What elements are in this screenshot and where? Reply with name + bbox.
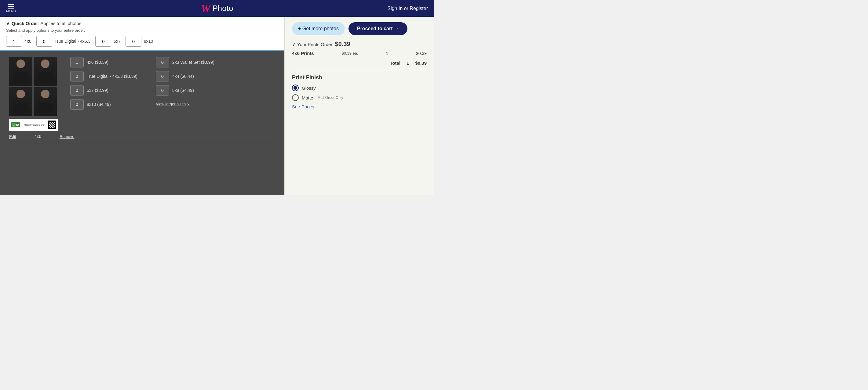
divider bbox=[9, 144, 275, 144]
matte-sublabel: Mail Order Only bbox=[318, 96, 343, 100]
order-line-row: 4x6 Prints $0.39 ea. 1 $0.39 bbox=[292, 51, 427, 56]
glossy-option[interactable]: Glossy bbox=[292, 85, 427, 91]
photo-thumb-4 bbox=[34, 87, 57, 116]
edit-link[interactable]: Edit bbox=[9, 134, 16, 139]
print-finish-title: Print Finish bbox=[292, 74, 427, 81]
print-option-4x4: 4x4 ($0.44) bbox=[156, 71, 214, 82]
photo-thumb-2 bbox=[34, 57, 57, 86]
photo-row: 7 ID https://7idapp.com 4x6 ($0.39) bbox=[9, 57, 275, 131]
print-option-8x8: 8x8 ($4.49) bbox=[156, 85, 214, 96]
glossy-radio-inner bbox=[293, 86, 297, 90]
print-option-8x10-label: 8x10 ($4.49) bbox=[87, 102, 111, 107]
left-panel: ∨ Quick Order: Applies to all photos Sel… bbox=[0, 17, 284, 195]
7id-logo: 7 ID bbox=[11, 122, 20, 127]
qty-4x4-photo-input[interactable] bbox=[156, 71, 169, 82]
order-item-total: $0.39 bbox=[416, 51, 427, 56]
photo-thumb-3 bbox=[9, 87, 32, 116]
order-total-row: Total 1 $0.39 bbox=[292, 58, 427, 66]
qty-4x6-photo-input[interactable] bbox=[70, 57, 84, 67]
watermark-url: https://7idapp.com bbox=[24, 124, 44, 126]
total-label: Total bbox=[390, 60, 400, 66]
print-option-wallet: 2x3 Wallet Set ($0.99) bbox=[156, 57, 214, 67]
quick-order-subtitle: Select and apply options to your entire … bbox=[6, 28, 278, 33]
quick-order-inputs: 4x6 True Digital - 4x5.3 5x7 8x10 bbox=[6, 36, 278, 47]
total-qty: 1 bbox=[406, 60, 409, 66]
size-5x7-label: 5x7 bbox=[114, 39, 121, 44]
print-option-8x8-label: 8x8 ($4.49) bbox=[172, 88, 194, 93]
menu-button[interactable]: MENU bbox=[6, 4, 16, 13]
order-summary-title: ∨ Your Prints Order: $0.39 bbox=[292, 41, 427, 47]
print-option-8x10: 8x10 ($4.49) bbox=[70, 99, 137, 109]
order-item-name: 4x6 Prints bbox=[292, 51, 314, 56]
photo-thumb-1 bbox=[9, 57, 32, 86]
qty-digital-input[interactable] bbox=[36, 36, 52, 47]
print-option-digital: True Digital - 4x5.3 ($0.39) bbox=[70, 71, 137, 82]
header: MENU W Photo Sign In or Register bbox=[0, 0, 434, 17]
qty-5x7-photo-input[interactable] bbox=[70, 85, 84, 96]
quick-order-bold: Quick Order: Applies to all photos bbox=[11, 21, 81, 26]
chevron-down-icon: ∨ bbox=[6, 21, 10, 26]
logo: W Photo bbox=[201, 2, 233, 15]
right-panel: + Get more photos Proceed to cart → ∨ Yo… bbox=[284, 17, 434, 195]
print-option-4x6-label: 4x6 ($0.39) bbox=[87, 60, 108, 65]
signin-button[interactable]: Sign In or Register bbox=[387, 6, 428, 11]
qty-5x7-input[interactable] bbox=[95, 36, 111, 47]
qty-4x6-input[interactable] bbox=[6, 36, 22, 47]
glossy-label: Glossy bbox=[302, 86, 316, 91]
photo-bottom-row bbox=[9, 87, 58, 116]
print-options-col1: 4x6 ($0.39) True Digital - 4x5.3 ($0.39)… bbox=[70, 57, 137, 109]
print-option-digital-label: True Digital - 4x5.3 ($0.39) bbox=[87, 74, 137, 79]
walgreens-w-icon: W bbox=[201, 2, 211, 15]
qty-digital-photo-input[interactable] bbox=[70, 71, 84, 82]
qty-8x10-photo-input[interactable] bbox=[70, 99, 84, 109]
print-finish: Print Finish Glossy Matte Mail Order Onl… bbox=[292, 74, 427, 109]
photo-label: Photo bbox=[213, 4, 233, 13]
quick-order-bar: ∨ Quick Order: Applies to all photos Sel… bbox=[0, 17, 284, 51]
order-item-price-each: $0.39 ea. bbox=[341, 51, 358, 56]
chevron-down-icon: ∨ bbox=[187, 102, 190, 106]
size-8x10-label: 8x10 bbox=[144, 39, 153, 44]
order-item-qty: 1 bbox=[386, 51, 388, 56]
qty-8x10-input[interactable] bbox=[126, 36, 142, 47]
photo-area: 7 ID https://7idapp.com 4x6 ($0.39) bbox=[0, 51, 284, 195]
size-4x6-label: 4x6 bbox=[25, 39, 31, 44]
print-option-wallet-label: 2x3 Wallet Set ($0.99) bbox=[172, 60, 214, 65]
qty-8x8-photo-input[interactable] bbox=[156, 85, 169, 96]
proceed-to-cart-button[interactable]: Proceed to cart → bbox=[348, 22, 407, 35]
quick-order-title[interactable]: ∨ Quick Order: Applies to all photos bbox=[6, 21, 278, 26]
photo-watermark: 7 ID https://7idapp.com bbox=[9, 119, 58, 131]
view-larger-button[interactable]: View larger sizes ∨ bbox=[156, 102, 214, 106]
size-digital-label: True Digital - 4x5.3 bbox=[55, 39, 91, 44]
print-options-col2: 2x3 Wallet Set ($0.99) 4x4 ($0.44) 8x8 (… bbox=[156, 57, 214, 106]
matte-label: Matte bbox=[302, 95, 313, 100]
order-title-text: Your Prints Order: $0.39 bbox=[297, 41, 350, 47]
remove-link[interactable]: Remove bbox=[60, 134, 74, 139]
order-summary: ∨ Your Prints Order: $0.39 4x6 Prints $0… bbox=[292, 41, 427, 70]
get-more-photos-button[interactable]: + Get more photos bbox=[292, 22, 345, 35]
print-option-5x7-label: 5x7 ($2.99) bbox=[87, 88, 108, 93]
main-layout: ∨ Quick Order: Applies to all photos Sel… bbox=[0, 17, 434, 195]
photo-size-label: 4x6 bbox=[34, 134, 41, 139]
glossy-radio[interactable] bbox=[292, 85, 299, 91]
see-prices-link[interactable]: See Prices bbox=[292, 104, 314, 109]
qty-wallet-photo-input[interactable] bbox=[156, 57, 169, 67]
matte-radio[interactable] bbox=[292, 94, 299, 101]
print-option-4x4-label: 4x4 ($0.44) bbox=[172, 74, 194, 79]
photo-actions: Edit 4x6 Remove bbox=[9, 134, 275, 139]
matte-option[interactable]: Matte Mail Order Only bbox=[292, 94, 427, 101]
qr-code bbox=[48, 121, 56, 129]
print-option-4x6: 4x6 ($0.39) bbox=[70, 57, 137, 67]
photo-top-row bbox=[9, 57, 58, 86]
total-price: $0.39 bbox=[415, 60, 427, 66]
photo-grid: 7 ID https://7idapp.com bbox=[9, 57, 58, 131]
chevron-down-icon: ∨ bbox=[292, 41, 295, 47]
action-buttons: + Get more photos Proceed to cart → bbox=[292, 22, 427, 35]
print-option-5x7: 5x7 ($2.99) bbox=[70, 85, 137, 96]
